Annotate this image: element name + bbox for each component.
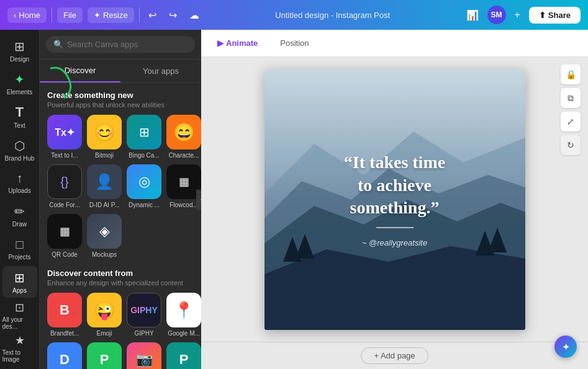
quote-line2: to achieve [344, 174, 445, 197]
share-label: Share [548, 11, 571, 20]
topbar-left: ‹ Home File ✦ Resize ↩ ↪ ☁ [7, 6, 203, 25]
canvas-toolbar: ▶ Animate Position [201, 30, 588, 57]
refresh-canvas-button[interactable]: ↻ [561, 135, 581, 155]
app-code-label: Code For... [49, 202, 79, 209]
magic-star-button[interactable]: ✦ [554, 336, 577, 358]
app-item-bingo[interactable]: ⊞ Bingo Ca... [127, 115, 161, 159]
section2-sub: Enhance any design with specialized cont… [47, 279, 194, 287]
search-input[interactable] [67, 40, 188, 49]
cloud-icon: ☁ [189, 9, 199, 21]
sidebar-design-label: Design [10, 56, 29, 63]
magic-star-icon: ✦ [562, 341, 570, 353]
app-item-mockups[interactable]: ◈ Mockups [87, 214, 122, 259]
analytics-button[interactable]: 📊 [463, 6, 482, 25]
app-item-4[interactable]: D [47, 342, 82, 369]
icon-sidebar: ⊞ Design ✦ Elements T Text ⬡ Brand Hub ↑… [0, 30, 40, 369]
canvas-actions: 🔒 ⧉ ⤢ ↻ [561, 64, 581, 155]
sidebar-elements-label: Elements [7, 89, 33, 96]
app-grid-2: B Brandfet... 😜 Emoji GIPHY GIPHY 📍 Goog… [47, 293, 194, 369]
app-item-6[interactable]: 📷 [127, 342, 161, 369]
plus-button[interactable]: + [511, 6, 524, 24]
add-page-button[interactable]: + Add page [361, 347, 428, 364]
app-texttoi-label: Text to I... [51, 152, 78, 159]
giphy-icon: GIPHY [127, 293, 161, 327]
app-brandfetch-label: Brandfet... [50, 330, 79, 337]
emoji-icon: 😜 [87, 293, 122, 327]
share-button[interactable]: ⬆ Share [529, 7, 581, 24]
dynamic-icon: ◎ [127, 164, 161, 199]
divider2 [139, 7, 140, 22]
app-item-5[interactable]: P [87, 342, 122, 369]
apps-icon: ⊞ [14, 270, 25, 285]
app-character-label: Characte... [169, 152, 199, 159]
app-item-texttoi[interactable]: Tx✦ Text to I... [47, 115, 82, 159]
topbar: ‹ Home File ✦ Resize ↩ ↪ ☁ Untitled desi… [0, 0, 588, 30]
refresh-icon: ↻ [567, 140, 574, 150]
sidebar-item-text[interactable]: T Text [2, 101, 37, 133]
projects-icon: □ [16, 238, 23, 252]
app-item-code[interactable]: {} Code For... [47, 164, 82, 209]
search-box[interactable]: 🔍 [46, 36, 195, 53]
share-icon: ⬆ [539, 11, 546, 20]
sidebar-item-brand[interactable]: ⬡ Brand Hub [2, 134, 37, 166]
texttoimage-icon: ★ [15, 334, 25, 347]
character-icon: 😄 [166, 115, 201, 149]
app7-icon: P [166, 342, 201, 369]
sidebar-item-uploads[interactable]: ↑ Uploads [2, 167, 37, 198]
expand-canvas-button[interactable]: ⤢ [561, 112, 581, 131]
position-button[interactable]: Position [274, 36, 315, 50]
collapse-panel-handle[interactable]: ‹ [196, 190, 201, 210]
tab-your-apps[interactable]: Your apps [120, 60, 201, 82]
lock-canvas-button[interactable]: 🔒 [561, 64, 581, 84]
lock-icon: 🔒 [566, 69, 576, 79]
search-icon: 🔍 [53, 40, 63, 49]
app-item-did[interactable]: 👤 D-ID AI P... [87, 164, 122, 209]
quote-line3: something.” [344, 197, 445, 219]
sidebar-text-label: Text [14, 122, 25, 129]
avatar[interactable]: SM [487, 6, 506, 24]
design-canvas[interactable]: “It takes time to achieve something.” ~ … [265, 69, 525, 330]
app-item-giphy[interactable]: GIPHY GIPHY [127, 293, 161, 337]
mockups-icon: ◈ [87, 214, 122, 249]
bingo-icon: ⊞ [127, 115, 161, 149]
undo-icon: ↩ [148, 9, 156, 21]
expand-icon: ⤢ [567, 117, 574, 127]
resize-star-icon: ✦ [94, 11, 101, 20]
copy-canvas-button[interactable]: ⧉ [561, 88, 581, 108]
app-item-brandfetch[interactable]: B Brandfet... [47, 293, 82, 337]
app-item-emoji[interactable]: 😜 Emoji [87, 293, 122, 337]
quote-line1: “It takes time [344, 151, 445, 174]
copy-icon: ⧉ [568, 93, 574, 104]
app-item-bitmoji[interactable]: 😊 Bitmoji [87, 115, 122, 159]
app-flowcode-label: Flowcod... [170, 202, 198, 209]
animate-button[interactable]: ▶ Animate [211, 36, 264, 50]
sidebar-item-alldesigns[interactable]: ⊡ All your des... [2, 299, 37, 331]
app-item-qrcode[interactable]: ▦ QR Code [47, 214, 82, 259]
undo-button[interactable]: ↩ [145, 6, 160, 25]
home-button[interactable]: ‹ Home [7, 7, 47, 23]
sidebar-uploads-label: Uploads [8, 187, 31, 194]
sidebar-alldesigns-label: All your des... [2, 316, 37, 330]
sidebar-texttoimage-label: Text to Image [2, 349, 37, 363]
sidebar-apps-label: Apps [12, 287, 27, 294]
app-item-googlemaps[interactable]: 📍 Google M... [166, 293, 201, 337]
redo-button[interactable]: ↪ [165, 6, 181, 25]
sidebar-item-projects[interactable]: □ Projects [2, 233, 37, 265]
tab-discover[interactable]: Discover [40, 60, 120, 82]
sidebar-item-apps[interactable]: ⊞ Apps [2, 266, 37, 298]
elements-icon: ✦ [14, 72, 25, 87]
app-item-7[interactable]: P [166, 342, 201, 369]
resize-button[interactable]: ✦ Resize [88, 7, 134, 23]
app-item-character[interactable]: 😄 Characte... [166, 115, 201, 159]
sidebar-item-elements[interactable]: ✦ Elements [2, 68, 37, 99]
app-item-dynamic[interactable]: ◎ Dynamic ... [127, 164, 161, 209]
sidebar-item-draw[interactable]: ✏ Draw [2, 200, 37, 231]
cloud-save-button[interactable]: ☁ [186, 6, 203, 25]
file-button[interactable]: File [57, 7, 83, 23]
brand-icon: ⬡ [14, 138, 25, 153]
add-page-label: + Add page [374, 351, 415, 360]
sidebar-item-texttoimage[interactable]: ★ Text to Image [2, 332, 37, 364]
sidebar-item-design[interactable]: ⊞ Design [2, 35, 37, 66]
divider1 [52, 7, 52, 22]
sidebar-brand-label: Brand Hub [5, 155, 35, 162]
